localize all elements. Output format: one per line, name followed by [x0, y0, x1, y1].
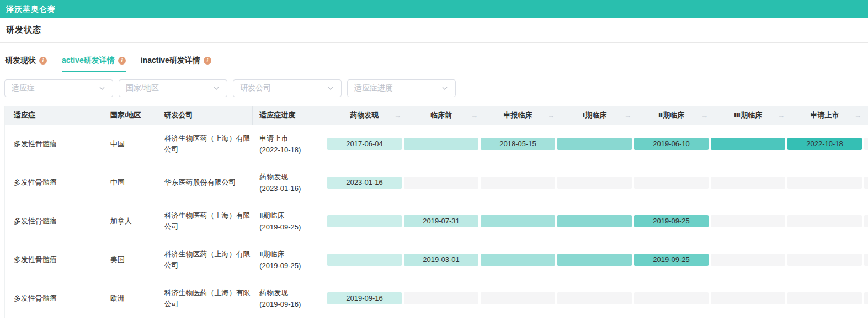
- column-header-company: 研发公司: [159, 106, 253, 125]
- tab-inactive-rd-details[interactable]: inactive研发详情 i: [141, 56, 211, 72]
- indication-filter-select[interactable]: 适应症: [4, 79, 113, 97]
- stage-bar-filled: [557, 138, 632, 150]
- tab-label: inactive研发详情: [141, 56, 200, 66]
- stage-header-clipped: [863, 106, 868, 125]
- progress-cell: 药物发现 (2023-01-16): [253, 163, 326, 202]
- column-header-progress: 适应症进度: [253, 106, 326, 125]
- stage-cell: [863, 254, 868, 266]
- stage-cell: [326, 254, 403, 266]
- company-cell: 科济生物医药（上海）有限公司: [159, 125, 253, 163]
- stage-bar-empty: [864, 215, 868, 227]
- stage-cell: 2019-09-25: [633, 215, 710, 227]
- stage-cell: [480, 292, 556, 304]
- stage-header-phase1: Ⅰ期临床 →: [556, 106, 633, 125]
- stage-cell: [556, 138, 633, 150]
- progress-date: (2022-10-18): [259, 144, 301, 156]
- stage-cell: [786, 254, 863, 266]
- stage-cell: [710, 177, 786, 189]
- select-placeholder: 适应症: [12, 83, 98, 93]
- progress-stage: Ⅱ期临床: [259, 210, 301, 221]
- stage-bar-filled: 2022-10-18: [787, 138, 862, 150]
- stage-bar-filled: 2017-06-04: [327, 138, 402, 150]
- tab-label: active研发详情: [62, 56, 115, 66]
- progress-date: (2019-09-16): [259, 298, 301, 310]
- stage-cell: [863, 292, 868, 304]
- stage-cell: [863, 177, 868, 189]
- stage-cell: [556, 215, 633, 227]
- stage-cell: [403, 292, 480, 304]
- progress-filter-select[interactable]: 适应症进度: [347, 79, 456, 97]
- stage-bar-empty: [634, 292, 709, 304]
- stage-cell: [633, 292, 710, 304]
- stage-cell: 2017-06-04: [326, 138, 403, 150]
- stage-bars: 2019-03-012019-09-25: [326, 241, 868, 279]
- stage-cell: [403, 177, 480, 189]
- stage-cell: [863, 138, 868, 150]
- tab-active-rd-details[interactable]: active研发详情 i: [62, 56, 126, 72]
- info-icon[interactable]: i: [39, 57, 47, 65]
- region-cell: 美国: [105, 241, 159, 279]
- tab-rd-overview[interactable]: 研发现状 i: [5, 56, 47, 72]
- table-row: 多发性骨髓瘤 欧洲 科济生物医药（上海）有限公司 药物发现 (2019-09-1…: [5, 279, 868, 318]
- stage-bars: 2019-09-16: [326, 279, 868, 318]
- stage-cell: 2019-09-16: [326, 292, 403, 304]
- select-placeholder: 国家/地区: [126, 83, 212, 93]
- tab-label: 研发现状: [5, 56, 36, 66]
- stage-cell: [786, 177, 863, 189]
- progress-cell: Ⅱ期临床 (2019-09-25): [253, 202, 326, 241]
- stage-cell: [710, 138, 786, 150]
- stage-cell: [556, 292, 633, 304]
- company-cell: 科济生物医药（上海）有限公司: [159, 241, 253, 279]
- stage-bar-filled: 2019-03-01: [404, 254, 478, 266]
- stage-header-phase3: Ⅲ期临床 →: [710, 106, 786, 125]
- page: 泽沃基奥仑赛 研发状态 研发现状 i active研发详情 i inactive…: [0, 0, 868, 326]
- progress-cell: 药物发现 (2019-09-16): [253, 279, 326, 318]
- table-row: 多发性骨髓瘤 中国 科济生物医药（上海）有限公司 申请上市 (2022-10-1…: [5, 125, 868, 163]
- tab-bar: 研发现状 i active研发详情 i inactive研发详情 i: [0, 56, 868, 72]
- stage-header-label: 临床前: [430, 110, 452, 120]
- info-icon[interactable]: i: [118, 57, 126, 65]
- stage-cell: [480, 215, 556, 227]
- stage-cell: 2023-01-16: [326, 177, 403, 189]
- drug-name-title: 泽沃基奥仑赛: [6, 4, 56, 14]
- stage-header-label: 申请上市: [811, 110, 839, 120]
- stage-bar-filled: [481, 215, 555, 227]
- select-placeholder: 适应症进度: [354, 83, 441, 93]
- stage-bar-empty: [787, 292, 862, 304]
- section-title: 研发状态: [6, 25, 41, 34]
- stage-bars: 2017-06-042018-05-152019-06-102022-10-18: [326, 125, 868, 163]
- stage-cell: [556, 254, 633, 266]
- stage-bar-empty: [404, 292, 478, 304]
- progress-stage: 药物发现: [259, 171, 301, 183]
- chevron-down-icon: [327, 84, 334, 92]
- stage-bar-filled: 2023-01-16: [327, 177, 402, 189]
- stage-bar-empty: [711, 215, 785, 227]
- stage-cell: 2022-10-18: [786, 138, 863, 150]
- progress-stage: Ⅱ期临床: [259, 248, 301, 260]
- stage-bar-empty: [864, 177, 868, 189]
- region-cell: 欧洲: [105, 279, 159, 318]
- select-placeholder: 研发公司: [240, 83, 327, 93]
- indication-cell: 多发性骨髓瘤: [5, 279, 105, 318]
- filter-bar: 适应症 国家/地区 研发公司 适应症进度: [0, 79, 868, 97]
- region-filter-select[interactable]: 国家/地区: [119, 79, 227, 97]
- stage-bar-empty: [787, 215, 862, 227]
- stage-bar-empty: [634, 177, 709, 189]
- rd-details-table: 适应症 国家/地区 研发公司 适应症进度 药物发现 → 临床前 → 申报临床 →…: [4, 106, 868, 318]
- arrow-right-icon: →: [701, 111, 708, 120]
- stage-bar-empty: [711, 177, 785, 189]
- arrow-right-icon: →: [624, 111, 631, 120]
- stage-header-phase2: Ⅱ期临床 →: [633, 106, 710, 125]
- stage-bar-empty: [711, 254, 785, 266]
- stage-cell: 2019-03-01: [403, 254, 480, 266]
- stage-bars: 2019-07-312019-09-25: [326, 202, 868, 241]
- region-cell: 中国: [105, 125, 159, 163]
- info-icon[interactable]: i: [204, 57, 211, 65]
- table-row: 多发性骨髓瘤 美国 科济生物医药（上海）有限公司 Ⅱ期临床 (2019-09-2…: [5, 241, 868, 279]
- indication-cell: 多发性骨髓瘤: [5, 202, 105, 241]
- stage-cell: 2018-05-15: [480, 138, 556, 150]
- company-filter-select[interactable]: 研发公司: [233, 79, 342, 97]
- column-header-region: 国家/地区: [105, 106, 159, 125]
- drug-title-bar: 泽沃基奥仑赛: [0, 0, 868, 18]
- stage-cell: [633, 177, 710, 189]
